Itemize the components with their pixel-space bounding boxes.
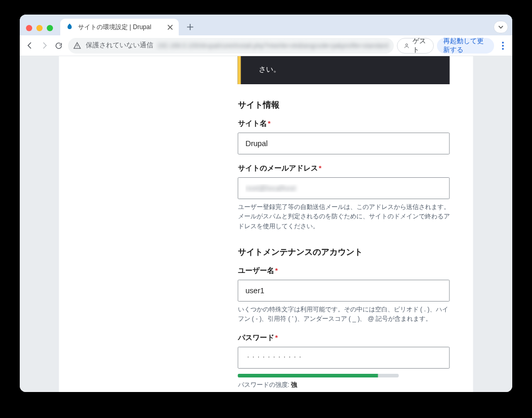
security-label: 保護されていない通信 [86, 41, 153, 50]
page-content: さい。 サイト情報 サイト名* サイトのメールアドレス* [59, 56, 473, 392]
section-site-info: サイト情報 [238, 100, 450, 111]
site-mail-input[interactable] [238, 177, 450, 199]
svg-point-3 [502, 48, 503, 49]
field-site-mail: サイトのメールアドレス* ユーザー登録完了等の自動送信メールは、このアドレスから… [238, 164, 450, 231]
required-marker: * [268, 120, 271, 127]
zoom-window-button[interactable] [47, 25, 53, 31]
section-maintenance-account: サイトメンテナンスのアカウント [238, 247, 450, 258]
tab-title: サイトの環境設定 | Drupal [78, 23, 162, 32]
site-name-input[interactable] [238, 133, 450, 154]
password-input[interactable] [238, 347, 450, 369]
label-site-mail: サイトのメールアドレス* [238, 164, 450, 173]
back-button[interactable] [24, 38, 35, 54]
relaunch-update-button[interactable]: 再起動して更新する [437, 38, 495, 54]
browser-menu-button[interactable] [497, 38, 508, 54]
browser-window: サイトの環境設定 | Drupal [20, 15, 512, 392]
svg-point-1 [502, 42, 503, 43]
update-label: 再起動して更新する [443, 37, 488, 55]
help-username: いくつかの特殊文字は利用可能です。その中には空白、ピリオド ( . )、ハイフン… [238, 305, 450, 324]
address-bar[interactable]: 保護されていない通信 192.168.0.100/drupal/core/ins… [68, 38, 394, 54]
forward-button[interactable] [38, 38, 50, 54]
field-username: ユーザー名* いくつかの特殊文字は利用可能です。その中には空白、ピリオド ( .… [238, 266, 450, 324]
reload-button[interactable] [53, 38, 64, 54]
minimize-window-button[interactable] [36, 25, 43, 31]
password-strength-bar [238, 374, 399, 377]
warning-alert: さい。 [238, 56, 450, 84]
browser-toolbar: 保護されていない通信 192.168.0.100/drupal/core/ins… [20, 35, 512, 56]
password-strength-fill [238, 374, 378, 377]
field-site-name: サイト名* [238, 119, 450, 154]
label-site-name: サイト名* [238, 119, 450, 128]
svg-point-2 [502, 45, 503, 46]
svg-point-0 [405, 44, 407, 46]
password-strength-text: パスワードの強度: 強 [238, 381, 450, 389]
label-username: ユーザー名* [238, 266, 450, 276]
guest-profile-button[interactable]: ゲスト [397, 38, 434, 54]
person-icon [404, 42, 409, 50]
required-marker: * [275, 334, 278, 342]
page-viewport: さい。 サイト情報 サイト名* サイトのメールアドレス* [20, 56, 512, 392]
guest-label: ゲスト [413, 37, 427, 55]
tab-overflow-button[interactable] [494, 21, 508, 33]
field-password: パスワード* パスワードの強度: 強 [238, 333, 450, 389]
not-secure-icon [73, 42, 82, 50]
tab-strip: サイトの環境設定 | Drupal [20, 15, 512, 35]
alert-text: さい。 [259, 65, 281, 73]
url-text: 192.168.0.100/drupal/core/install.php?re… [157, 42, 389, 49]
drupal-favicon-icon [65, 23, 74, 31]
label-password: パスワード* [238, 333, 450, 343]
required-marker: * [319, 164, 322, 172]
help-site-mail: ユーザー登録完了等の自動送信メールは、このアドレスから送信されます。メールがスパ… [238, 202, 450, 231]
window-controls [24, 25, 56, 35]
close-window-button[interactable] [26, 25, 32, 31]
browser-tab[interactable]: サイトの環境設定 | Drupal [60, 19, 179, 35]
required-marker: * [275, 267, 278, 275]
new-tab-button[interactable] [183, 20, 197, 34]
tab-close-icon[interactable] [166, 23, 174, 31]
username-input[interactable] [238, 280, 450, 302]
